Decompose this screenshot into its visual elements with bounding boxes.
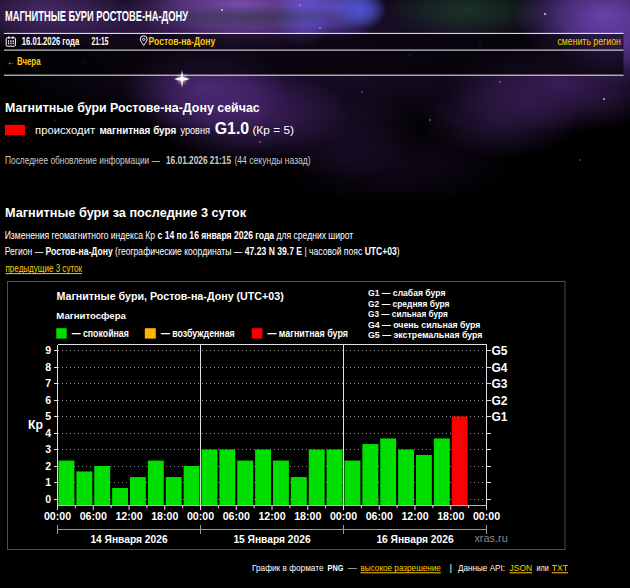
svg-text:G3: G3: [492, 377, 508, 391]
svg-text:сменить регион: сменить регион: [557, 36, 621, 47]
svg-text:06:00: 06:00: [80, 510, 107, 522]
svg-text:G5: G5: [492, 344, 508, 358]
svg-text:1: 1: [45, 476, 51, 488]
svg-text:00:00: 00:00: [44, 510, 71, 522]
svg-text:График в формате: График в формате: [252, 562, 324, 573]
svg-text:Изменения геомагнитного индекс: Изменения геомагнитного индекса Кр с 14 …: [5, 230, 354, 241]
svg-text:магнитная буря: магнитная буря: [99, 124, 176, 136]
svg-text:6: 6: [45, 394, 51, 406]
svg-text:14 Января 2026: 14 Января 2026: [90, 534, 168, 545]
svg-text:4: 4: [45, 427, 51, 439]
svg-text:происходит: происходит: [35, 124, 95, 136]
svg-text:Магнитосфера: Магнитосфера: [56, 310, 126, 321]
svg-text:высокое разрешение: высокое разрешение: [361, 562, 441, 573]
svg-text:xras.ru: xras.ru: [474, 532, 507, 544]
svg-text:G3 — сильная буря: G3 — сильная буря: [368, 308, 448, 319]
svg-text:|: |: [450, 562, 453, 573]
svg-text:Магнитные бури, Ростов-на-Дону: Магнитные бури, Ростов-на-Дону (UTC+03): [56, 290, 284, 302]
svg-text:(44 секунды назад): (44 секунды назад): [235, 155, 311, 166]
svg-text:Магнитные бури Ростове-на-Дону: Магнитные бури Ростове-на-Дону сейчас: [5, 100, 260, 115]
svg-text:G5 — экстремальная буря: G5 — экстремальная буря: [368, 329, 483, 340]
svg-text:уровня: уровня: [180, 124, 210, 136]
svg-text:18:00: 18:00: [294, 510, 321, 522]
svg-text:18:00: 18:00: [151, 510, 178, 522]
svg-text:12:00: 12:00: [258, 510, 285, 522]
svg-text:G1: G1: [492, 410, 508, 424]
svg-text:18:00: 18:00: [437, 510, 464, 522]
svg-text:(Кр = 5): (Кр = 5): [252, 124, 294, 136]
svg-text:8: 8: [45, 361, 51, 373]
svg-text:— возбужденная: — возбужденная: [161, 328, 235, 339]
svg-text:МАГНИТНЫЕ БУРИ РОСТОВЕ-НА-ДОНУ: МАГНИТНЫЕ БУРИ РОСТОВЕ-НА-ДОНУ: [5, 8, 188, 24]
svg-text:— спокойная: — спокойная: [72, 328, 129, 339]
svg-text:16 Января 2026: 16 Января 2026: [376, 534, 454, 545]
svg-text:16.01.2026 года: 16.01.2026 года: [22, 36, 80, 47]
svg-text:00:00: 00:00: [473, 510, 500, 522]
svg-text:0: 0: [45, 493, 51, 505]
svg-text:06:00: 06:00: [223, 510, 250, 522]
svg-text:G4 — очень сильная буря: G4 — очень сильная буря: [368, 319, 480, 330]
svg-text:00:00: 00:00: [187, 510, 214, 522]
svg-text:3: 3: [45, 443, 51, 455]
svg-text:Последнее обновление информаци: Последнее обновление информации —: [5, 155, 160, 166]
svg-text:Регион — Ростов-на-Дону (геогр: Регион — Ростов-на-Дону (географические …: [5, 246, 400, 257]
svg-text:16.01.2026 21:15: 16.01.2026 21:15: [166, 155, 231, 166]
svg-text:G1.0: G1.0: [215, 120, 250, 137]
svg-text:21:15: 21:15: [91, 36, 108, 47]
svg-text:G1 — слабая буря: G1 — слабая буря: [368, 287, 445, 298]
svg-text:2: 2: [45, 460, 51, 472]
svg-text:Ростов-на-Дону: Ростов-на-Дону: [149, 36, 216, 47]
svg-text:06:00: 06:00: [366, 510, 393, 522]
svg-text:G2: G2: [492, 394, 508, 408]
svg-text:9: 9: [45, 344, 51, 356]
svg-text:15 Января 2026: 15 Января 2026: [233, 534, 311, 545]
svg-text:PNG: PNG: [328, 562, 344, 573]
svg-text:← Вчера: ← Вчера: [7, 56, 41, 67]
svg-text:G4: G4: [492, 361, 508, 375]
svg-text:TXT: TXT: [552, 562, 568, 573]
svg-text:Кр: Кр: [28, 418, 43, 432]
svg-text:или: или: [537, 562, 549, 573]
svg-text:предыдущие 3 суток: предыдущие 3 суток: [6, 263, 83, 274]
svg-text:12:00: 12:00: [401, 510, 428, 522]
svg-text:—: —: [348, 562, 358, 573]
svg-text:Магнитные бури за последние 3: Магнитные бури за последние 3 суток: [5, 205, 246, 220]
svg-text:G2 — средняя буря: G2 — средняя буря: [368, 298, 450, 309]
svg-text:5: 5: [45, 410, 51, 422]
svg-text:Данные API:: Данные API:: [458, 562, 505, 573]
svg-text:— магнитная буря: — магнитная буря: [267, 328, 348, 339]
svg-text:00:00: 00:00: [330, 510, 357, 522]
svg-text:7: 7: [45, 377, 51, 389]
svg-text:12:00: 12:00: [115, 510, 142, 522]
svg-text:JSON: JSON: [510, 562, 533, 573]
